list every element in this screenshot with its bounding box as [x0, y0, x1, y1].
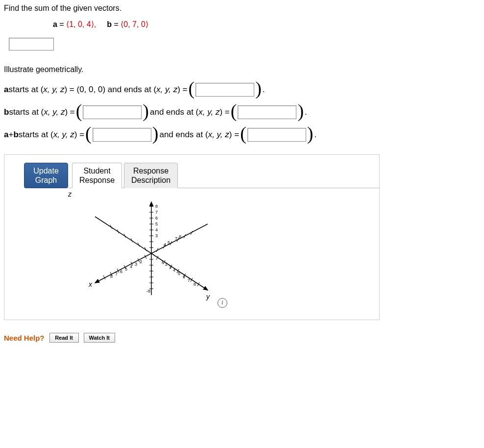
x-axis-label: x: [89, 280, 92, 288]
update-graph-button[interactable]: UpdateGraph: [24, 163, 68, 188]
a-line: a starts at (x, y, z) = (0, 0, 0) and en…: [4, 83, 480, 97]
ab-start-input[interactable]: [93, 128, 151, 142]
svg-text:7: 7: [175, 236, 177, 241]
svg-line-4: [95, 253, 151, 283]
svg-text:4: 4: [130, 264, 132, 269]
vector-a-value: ⟨1, 0, 4⟩,: [66, 20, 96, 28]
b-line: b starts at (x, y, z) = () and ends at (…: [4, 105, 480, 119]
svg-text:8: 8: [194, 282, 196, 287]
tab-response-description[interactable]: ResponseDescription: [124, 163, 178, 188]
illustrate-label: Illustrate geometrically.: [4, 65, 480, 74]
svg-text:3: 3: [135, 262, 137, 267]
svg-text:8: 8: [179, 234, 181, 239]
graph-panel: UpdateGraph StudentResponse ResponseDesc…: [4, 154, 380, 320]
svg-text:5: 5: [155, 222, 158, 226]
svg-text:5: 5: [168, 240, 170, 245]
svg-text:4: 4: [173, 268, 175, 273]
svg-text:7: 7: [155, 210, 158, 215]
vector-b-label: b: [107, 20, 112, 28]
sum-answer-input[interactable]: [9, 38, 54, 50]
watch-it-button[interactable]: Watch It: [84, 333, 115, 343]
need-help-label: Need Help?: [4, 334, 45, 342]
svg-text:4: 4: [164, 242, 166, 247]
b-start-input[interactable]: [83, 105, 142, 119]
z-axis-label: z: [68, 190, 72, 198]
svg-text:8: 8: [155, 204, 158, 209]
svg-text:2: 2: [140, 259, 142, 264]
question-title: Find the sum of the given vectors.: [4, 4, 480, 13]
read-it-button[interactable]: Read It: [49, 333, 79, 343]
tab-student-response[interactable]: StudentResponse: [72, 163, 122, 188]
svg-text:3: 3: [155, 233, 158, 238]
svg-text:4: 4: [155, 227, 158, 232]
vector-a-label: a: [53, 20, 57, 28]
svg-text:2: 2: [165, 262, 168, 267]
svg-text:6: 6: [155, 216, 158, 221]
ab-end-input[interactable]: [247, 128, 306, 142]
a-end-input[interactable]: [195, 83, 254, 97]
vector-b-value: ⟨0, 7, 0⟩: [121, 20, 148, 28]
svg-text:6: 6: [120, 269, 122, 274]
svg-text:7: 7: [188, 278, 190, 283]
y-axis-label: y: [206, 293, 210, 300]
svg-text:-8: -8: [146, 289, 150, 294]
svg-text:7: 7: [115, 272, 118, 276]
svg-text:3: 3: [169, 265, 171, 270]
given-vectors: a = ⟨1, 0, 4⟩, b = ⟨0, 7, 0⟩: [4, 20, 480, 29]
svg-text:5: 5: [178, 271, 180, 276]
b-end-input[interactable]: [238, 105, 296, 119]
3d-graph[interactable]: 876 543 123 456 78 876 543 2: [88, 197, 215, 310]
ab-line: a + b starts at (x, y, z) = () and ends …: [4, 128, 480, 142]
svg-line-3: [95, 217, 151, 253]
